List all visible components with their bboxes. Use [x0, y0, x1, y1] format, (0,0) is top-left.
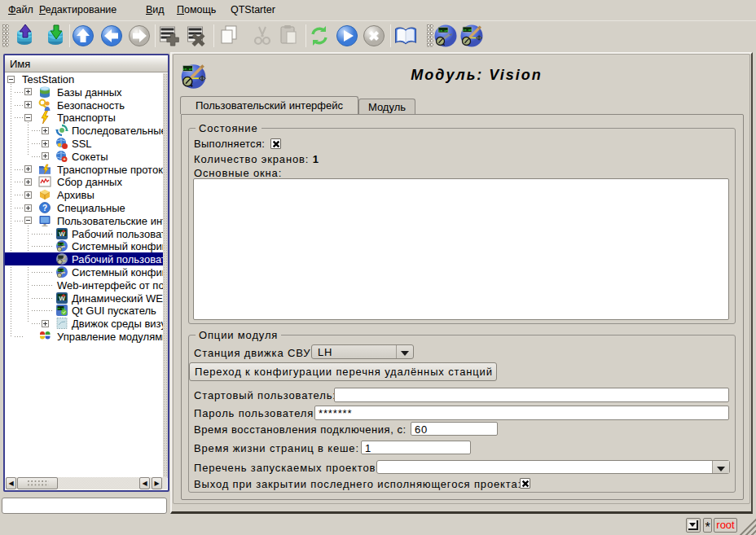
svg-text:?: ?: [42, 204, 47, 213]
svg-text:10.95: 10.95: [56, 269, 64, 272]
svg-text:10.95: 10.95: [438, 29, 449, 33]
svg-text:10.95: 10.95: [462, 29, 472, 32]
svg-text:10.95: 10.95: [182, 67, 194, 71]
svg-text:10.95: 10.95: [56, 243, 64, 247]
